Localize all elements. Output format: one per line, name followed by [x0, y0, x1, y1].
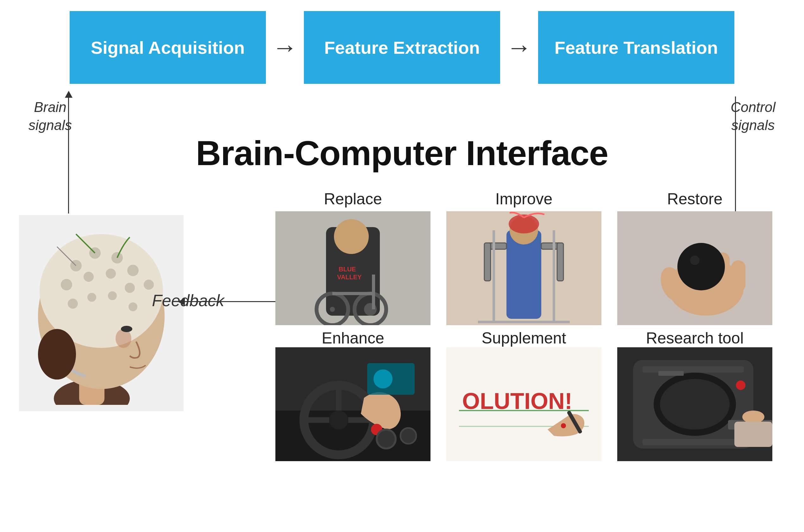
- svg-point-19: [121, 326, 132, 332]
- svg-point-61: [377, 430, 396, 449]
- svg-point-62: [400, 428, 416, 444]
- flow-box-signal-acquisition-label: Signal Acquisition: [91, 37, 245, 58]
- svg-rect-77: [658, 371, 684, 376]
- svg-rect-39: [484, 243, 491, 281]
- svg-point-78: [736, 380, 746, 390]
- grid-image-hand: [617, 211, 772, 325]
- flow-arrow-2: →: [500, 33, 538, 62]
- flow-box-signal-acquisition: Signal Acquisition: [70, 11, 266, 84]
- svg-point-74: [660, 379, 730, 430]
- brain-signals-label: Brainsignals: [29, 98, 72, 134]
- svg-text:VALLEY: VALLEY: [337, 273, 362, 281]
- control-signals-text: Controlsignals: [731, 99, 775, 133]
- svg-point-52: [690, 255, 699, 265]
- grid-label-research-tool: Research tool: [617, 325, 772, 347]
- svg-point-11: [106, 268, 116, 279]
- main-title: Brain-Computer Interface: [0, 133, 804, 173]
- svg-point-9: [61, 279, 72, 290]
- flow-box-feature-extraction: Feature Extraction: [304, 11, 500, 84]
- svg-rect-81: [734, 422, 772, 447]
- svg-point-80: [742, 411, 764, 423]
- svg-point-27: [330, 307, 335, 312]
- grid-label-improve: Improve: [446, 190, 601, 211]
- flow-box-feature-extraction-label: Feature Extraction: [324, 37, 480, 58]
- svg-rect-49: [731, 260, 746, 292]
- svg-point-64: [373, 369, 392, 388]
- eeg-svg: [19, 215, 184, 411]
- main-container: Signal Acquisition → Feature Extraction …: [0, 0, 804, 532]
- flow-arrow-1: →: [266, 33, 304, 62]
- svg-point-10: [84, 272, 94, 282]
- svg-text:BLUE: BLUE: [339, 266, 356, 273]
- grid-image-mri: [617, 347, 772, 461]
- grid-image-writing: OLUTION!: [446, 347, 601, 461]
- image-grid: Replace Improve Restore BLUE: [275, 190, 772, 461]
- grid-label-restore: Restore: [617, 190, 772, 211]
- eeg-head-image: [19, 215, 184, 411]
- svg-rect-76: [643, 439, 744, 445]
- control-signals-label: Controlsignals: [731, 98, 775, 134]
- grid-image-exoskeleton: [446, 211, 601, 325]
- grid-label-replace: Replace: [275, 190, 431, 211]
- svg-text:OLUTION!: OLUTION!: [462, 388, 572, 414]
- svg-rect-75: [643, 366, 744, 373]
- grid-image-wheelchair: BLUE VALLEY: [275, 211, 431, 325]
- svg-point-51: [677, 243, 725, 290]
- grid-label-supplement: Supplement: [446, 325, 601, 347]
- svg-rect-40: [557, 243, 563, 281]
- svg-point-8: [127, 265, 139, 276]
- svg-point-70: [561, 423, 566, 428]
- svg-point-15: [87, 293, 96, 302]
- grid-image-steering: [275, 347, 431, 461]
- flow-box-feature-translation: Feature Translation: [538, 11, 734, 84]
- svg-point-12: [125, 283, 135, 293]
- flow-box-feature-translation-label: Feature Translation: [554, 37, 718, 58]
- svg-point-23: [334, 219, 369, 254]
- brain-signals-text: Brainsignals: [29, 99, 72, 133]
- grid-label-enhance: Enhance: [275, 325, 431, 347]
- feedback-label: Feedback: [152, 291, 224, 310]
- svg-point-13: [144, 280, 154, 290]
- svg-point-56: [329, 411, 348, 430]
- svg-point-20: [38, 329, 76, 380]
- svg-point-16: [108, 291, 117, 300]
- svg-point-14: [68, 299, 78, 309]
- flow-row: Signal Acquisition → Feature Extraction …: [0, 11, 804, 84]
- svg-point-17: [129, 302, 138, 311]
